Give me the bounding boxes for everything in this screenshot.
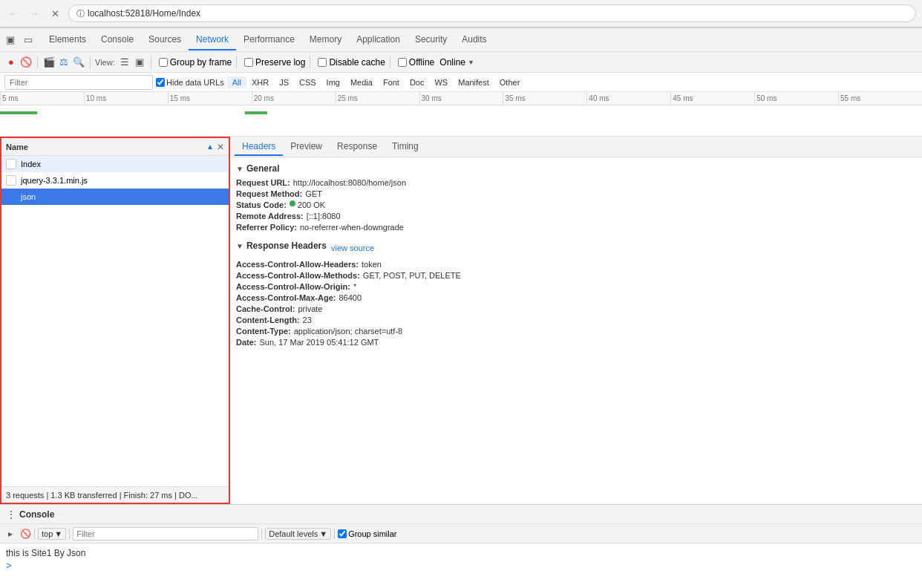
acao-key: Access-Control-Allow-Origin:	[236, 282, 350, 291]
preserve-log-checkbox[interactable]	[244, 58, 253, 67]
tab-performance[interactable]: Performance	[236, 30, 302, 50]
camera-icon[interactable]: 🎬	[42, 56, 56, 69]
tab-audits[interactable]: Audits	[454, 30, 494, 50]
device-icon[interactable]: ▭	[21, 33, 36, 48]
request-method-row: Request Method: GET	[236, 189, 916, 198]
status-dot-icon	[290, 200, 295, 206]
disable-cache-label: Disable cache	[329, 57, 385, 68]
request-item-index[interactable]: Index	[1, 156, 229, 172]
online-dropdown-icon[interactable]: ▼	[468, 59, 474, 66]
cache-control-row: Cache-Control: private	[236, 304, 916, 313]
hide-data-urls-checkbox[interactable]	[156, 78, 165, 87]
reload-button[interactable]: ✕	[48, 6, 62, 21]
status-code-row: Status Code: 200 OK	[236, 200, 916, 209]
request-icon-jquery	[6, 175, 16, 186]
acma-val: 86400	[339, 293, 362, 302]
tab-network[interactable]: Network	[189, 30, 236, 50]
address-bar[interactable]: ⓘ localhost:52818/Home/Index	[68, 4, 916, 22]
disable-cache-checkbox[interactable]	[318, 58, 327, 67]
clear-icon[interactable]: 🚫	[19, 56, 33, 69]
group-similar-checkbox[interactable]	[338, 529, 347, 538]
acah-key: Access-Control-Allow-Headers:	[236, 260, 359, 269]
offline-checkbox[interactable]	[398, 58, 407, 67]
acah-row: Access-Control-Allow-Headers: token	[236, 260, 916, 269]
tick-45ms: 45 ms	[670, 92, 754, 105]
filter-tab-ws[interactable]: WS	[429, 76, 453, 88]
cache-control-val: private	[298, 304, 322, 313]
devtools-tabs-bar: ▣ ▭ Elements Console Sources Network Per…	[0, 28, 922, 52]
response-headers-title-text: Response Headers	[246, 241, 327, 251]
details-tab-response[interactable]: Response	[330, 138, 385, 156]
console-prompt[interactable]: >	[6, 560, 916, 571]
console-context-arrow-icon: ▼	[54, 529, 62, 538]
filter-tab-other[interactable]: Other	[494, 76, 526, 88]
request-name-index: Index	[21, 160, 224, 169]
acao-val: *	[353, 282, 356, 291]
console-execute-icon[interactable]: ▸	[4, 528, 16, 540]
console-level-dropdown[interactable]: Default levels ▼	[265, 528, 331, 540]
filter-tab-all[interactable]: All	[227, 76, 246, 88]
content-type-row: Content-Type: application/json; charset=…	[236, 327, 916, 336]
console-block-icon[interactable]: 🚫	[19, 528, 31, 540]
back-button[interactable]: ←	[6, 6, 21, 21]
tab-application[interactable]: Application	[349, 30, 408, 50]
tab-memory[interactable]: Memory	[302, 30, 349, 50]
console-header: ⋮ Console	[0, 505, 922, 524]
content-type-val: application/json; charset=utf-8	[294, 327, 402, 336]
offline-group: Offline Online ▼	[398, 57, 474, 68]
tab-sources[interactable]: Sources	[141, 30, 189, 50]
console-context-select[interactable]: top ▼	[38, 528, 66, 540]
view-list-icon[interactable]: ☰	[118, 56, 131, 69]
inspect-icon[interactable]: ▣	[3, 33, 18, 48]
toolbar-separator-1	[37, 56, 38, 68]
filter-tab-css[interactable]: CSS	[294, 76, 321, 88]
acam-val: GET, POST, PUT, DELETE	[363, 271, 461, 280]
details-tab-headers[interactable]: Headers	[235, 138, 283, 156]
requests-status-bar: 3 requests | 1.3 KB transferred | Finish…	[1, 486, 229, 503]
general-title-text: General	[246, 163, 280, 174]
acma-key: Access-Control-Max-Age:	[236, 293, 336, 302]
referrer-policy-key: Referrer Policy:	[236, 223, 297, 232]
view-source-link[interactable]: view source	[331, 244, 374, 252]
filter-tab-font[interactable]: Font	[378, 76, 405, 88]
view-waterfall-icon[interactable]: ▣	[133, 56, 146, 69]
filter-tab-media[interactable]: Media	[345, 76, 378, 88]
forward-button[interactable]: →	[27, 6, 42, 21]
search-icon[interactable]: 🔍	[72, 56, 85, 69]
requests-list: Index jquery-3.3.1.min.js json	[1, 156, 229, 486]
group-by-frame-checkbox[interactable]	[159, 58, 168, 67]
toolbar-separator-5	[310, 56, 310, 68]
content-length-key: Content-Length:	[236, 316, 300, 324]
tab-elements[interactable]: Elements	[42, 30, 94, 50]
details-tab-preview[interactable]: Preview	[283, 138, 330, 156]
response-headers-section: ▼ Response Headers view source Access-Co…	[236, 241, 916, 347]
request-method-val: GET	[305, 189, 322, 198]
filter-icon[interactable]: ⚖	[57, 56, 71, 69]
filter-tab-img[interactable]: Img	[321, 76, 345, 88]
tick-55ms: 55 ms	[838, 92, 922, 105]
close-requests-icon[interactable]: ✕	[217, 142, 224, 152]
record-icon[interactable]: ●	[4, 56, 18, 69]
filter-tab-manifest[interactable]: Manifest	[453, 76, 494, 88]
request-icon-json	[6, 192, 16, 202]
details-tab-timing[interactable]: Timing	[385, 138, 426, 156]
cache-control-key: Cache-Control:	[236, 304, 295, 313]
filter-tab-js[interactable]: JS	[274, 76, 294, 88]
filter-tab-doc[interactable]: Doc	[405, 76, 430, 88]
console-menu-icon[interactable]: ⋮	[6, 509, 16, 520]
acah-val: token	[362, 260, 382, 269]
request-item-json[interactable]: json	[1, 189, 229, 205]
console-filter-input[interactable]	[73, 527, 258, 540]
filter-tab-xhr[interactable]: XHR	[246, 76, 274, 88]
tick-10ms: 10 ms	[84, 92, 168, 105]
online-label: Online	[439, 57, 465, 68]
tab-security[interactable]: Security	[408, 30, 454, 50]
response-headers-arrow-icon: ▼	[236, 242, 243, 250]
request-name-jquery: jquery-3.3.1.min.js	[21, 176, 224, 185]
tab-console[interactable]: Console	[94, 30, 141, 50]
view-label: View:	[95, 58, 115, 67]
filter-input[interactable]	[4, 75, 153, 90]
hide-data-urls-label: Hide data URLs	[166, 78, 224, 87]
request-item-jquery[interactable]: jquery-3.3.1.min.js	[1, 172, 229, 189]
preserve-log-label: Preserve log	[255, 57, 305, 68]
